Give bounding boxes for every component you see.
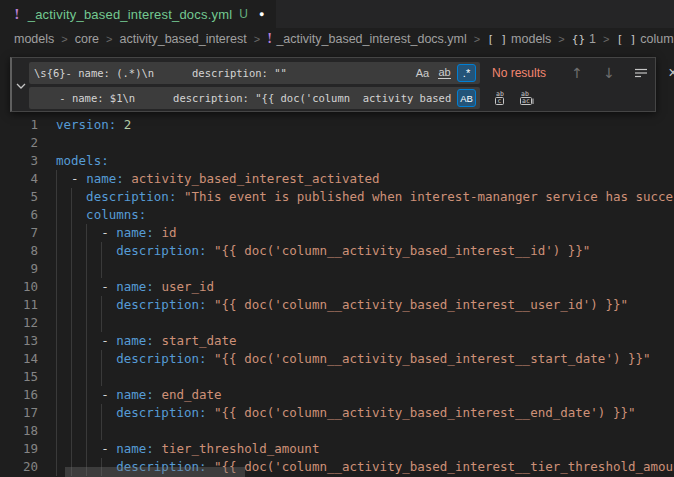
editor-line[interactable]: 8 description: "{{ doc('column__activity… bbox=[0, 242, 674, 260]
breadcrumb-separator-icon: > bbox=[61, 33, 67, 45]
array-symbol-icon: [ ] bbox=[616, 33, 636, 46]
line-number: 16 bbox=[0, 386, 38, 404]
line-number: 18 bbox=[0, 422, 38, 440]
breadcrumb-label: activity_based_interest bbox=[120, 32, 247, 46]
indent-guide bbox=[71, 260, 72, 278]
code-text: - name: tier_threshold_amount bbox=[56, 440, 319, 458]
line-number: 5 bbox=[0, 188, 38, 206]
find-input-value[interactable]: \s{6}- name: (.*)\n description: "" bbox=[34, 67, 410, 79]
indent-guide bbox=[101, 314, 102, 332]
replace-input[interactable]: - name: $1\n description: "{{ doc('colum… bbox=[29, 87, 480, 109]
editor[interactable]: 1version: 223models:4 - name: activity_b… bbox=[0, 50, 674, 477]
editor-line[interactable]: 3models: bbox=[0, 152, 674, 170]
editor-line[interactable]: 4 - name: activity_based_interest_activa… bbox=[0, 170, 674, 188]
editor-line[interactable]: 2 bbox=[0, 134, 674, 152]
replace-all-icon: ab ac bbox=[519, 90, 535, 106]
line-number: 12 bbox=[0, 314, 38, 332]
breadcrumb-label: models bbox=[14, 32, 54, 46]
horizontal-scrollbar[interactable] bbox=[65, 467, 245, 477]
line-number: 14 bbox=[0, 350, 38, 368]
replace-one-button[interactable]: ab c bbox=[492, 89, 510, 107]
code-text: description: "{{ doc('column__activity_b… bbox=[56, 404, 636, 422]
yaml-file-icon: ! bbox=[267, 32, 272, 46]
line-number: 20 bbox=[0, 458, 38, 476]
breadcrumb-item[interactable]: {}1 bbox=[572, 32, 596, 46]
editor-line[interactable]: 18 bbox=[0, 422, 674, 440]
editor-line[interactable]: 15 bbox=[0, 368, 674, 386]
find-input[interactable]: \s{6}- name: (.*)\n description: "" Aa a… bbox=[29, 62, 480, 84]
editor-line[interactable]: 5 description: "This event is published … bbox=[0, 188, 674, 206]
editor-line[interactable]: 13 - name: start_date bbox=[0, 332, 674, 350]
code-text: models: bbox=[56, 152, 109, 170]
line-number: 4 bbox=[0, 170, 38, 188]
breadcrumb-separator-icon: > bbox=[106, 33, 112, 45]
indent-guide bbox=[56, 422, 57, 440]
editor-line[interactable]: 9 bbox=[0, 260, 674, 278]
editor-line[interactable]: 11 description: "{{ doc('column__activit… bbox=[0, 296, 674, 314]
breadcrumb-item[interactable]: activity_based_interest bbox=[120, 32, 247, 46]
line-number: 1 bbox=[0, 116, 38, 134]
editor-line[interactable]: 6 columns: bbox=[0, 206, 674, 224]
indent-guide bbox=[101, 422, 102, 440]
svg-text:ac: ac bbox=[522, 97, 530, 105]
modified-dot-icon[interactable]: ● bbox=[259, 9, 264, 19]
replace-row: - name: $1\n description: "{{ doc('colum… bbox=[29, 87, 536, 109]
close-find-button[interactable]: × bbox=[664, 64, 674, 82]
editor-line[interactable]: 17 description: "{{ doc('column__activit… bbox=[0, 404, 674, 422]
tab-activity-based-interest-docs[interactable]: ! _activity_based_interest_docs.yml U ● bbox=[0, 0, 277, 28]
editor-line[interactable]: 7 - name: id bbox=[0, 224, 674, 242]
git-status-badge: U bbox=[239, 7, 248, 21]
whole-word-toggle[interactable]: ab bbox=[435, 64, 454, 82]
breadcrumb-item[interactable]: !_activity_based_interest_docs.yml bbox=[267, 32, 467, 46]
line-number: 15 bbox=[0, 368, 38, 386]
breadcrumb-label: columns bbox=[640, 32, 674, 46]
find-in-selection-button[interactable] bbox=[632, 64, 650, 82]
previous-match-button[interactable]: ↑ bbox=[568, 64, 586, 82]
editor-line[interactable]: 10 - name: user_id bbox=[0, 278, 674, 296]
code-text: description: "{{ doc('column__activity_b… bbox=[56, 296, 628, 314]
whole-word-label: ab bbox=[438, 67, 450, 79]
indent-guide bbox=[56, 314, 57, 332]
line-number: 10 bbox=[0, 278, 38, 296]
editor-line[interactable]: 16 - name: end_date bbox=[0, 386, 674, 404]
line-number: 19 bbox=[0, 440, 38, 458]
line-number: 8 bbox=[0, 242, 38, 260]
find-row: \s{6}- name: (.*)\n description: "" Aa a… bbox=[29, 62, 674, 84]
code-text: description: "This event is published wh… bbox=[56, 188, 674, 206]
match-case-toggle[interactable]: Aa bbox=[413, 64, 432, 82]
replace-input-value[interactable]: - name: $1\n description: "{{ doc('colum… bbox=[34, 92, 454, 104]
vscode-window: ! _activity_based_interest_docs.yml U ● … bbox=[0, 0, 674, 477]
arrow-down-icon: ↓ bbox=[603, 65, 615, 81]
code-text: description: "{{ doc('column__activity_b… bbox=[56, 242, 590, 260]
svg-text:c: c bbox=[498, 97, 502, 105]
replace-all-button[interactable]: ab ac bbox=[518, 89, 536, 107]
code-text: - name: start_date bbox=[56, 332, 237, 350]
indent-guide bbox=[101, 368, 102, 386]
tab-title: _activity_based_interest_docs.yml bbox=[28, 7, 233, 22]
tab-bar: ! _activity_based_interest_docs.yml U ● bbox=[0, 0, 674, 28]
find-results-status: No results bbox=[492, 66, 554, 80]
breadcrumb-item[interactable]: [ ]models bbox=[487, 32, 551, 46]
editor-line[interactable]: 19 - name: tier_threshold_amount bbox=[0, 440, 674, 458]
breadcrumb-item[interactable]: models bbox=[14, 32, 54, 46]
regex-toggle[interactable]: .* bbox=[457, 64, 476, 82]
indent-guide bbox=[86, 314, 87, 332]
breadcrumb-item[interactable]: core bbox=[75, 32, 99, 46]
code-text: description: "{{ doc('column__activity_b… bbox=[56, 350, 651, 368]
indent-guide bbox=[101, 260, 102, 278]
editor-line[interactable]: 12 bbox=[0, 314, 674, 332]
next-match-button[interactable]: ↓ bbox=[600, 64, 618, 82]
preserve-case-toggle[interactable]: AB bbox=[457, 89, 476, 107]
breadcrumb-label: models bbox=[511, 32, 551, 46]
replace-icon: ab c bbox=[493, 90, 509, 106]
indent-guide bbox=[86, 368, 87, 386]
toggle-replace-chevron[interactable] bbox=[14, 79, 28, 93]
line-number: 7 bbox=[0, 224, 38, 242]
breadcrumb-label: core bbox=[75, 32, 99, 46]
breadcrumb-item[interactable]: [ ]columns bbox=[616, 32, 674, 46]
editor-line[interactable]: 14 description: "{{ doc('column__activit… bbox=[0, 350, 674, 368]
indent-guide bbox=[86, 260, 87, 278]
selection-icon bbox=[634, 66, 648, 80]
indent-guide bbox=[86, 422, 87, 440]
editor-line[interactable]: 1version: 2 bbox=[0, 116, 674, 134]
